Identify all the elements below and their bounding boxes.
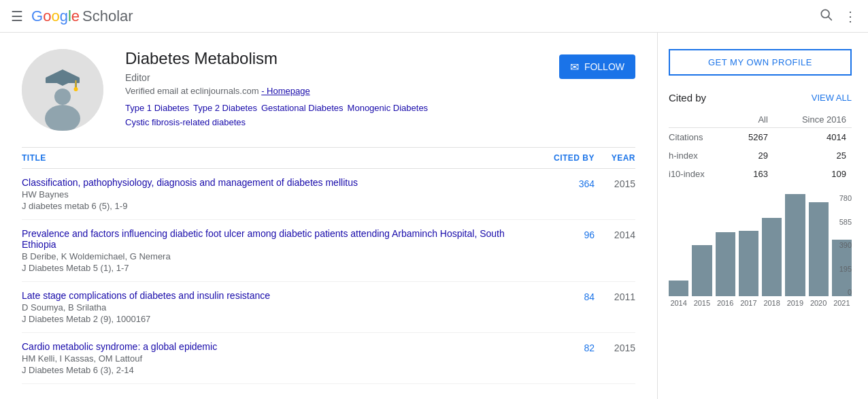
interest-gestational[interactable]: Gestational Diabetes	[261, 103, 344, 113]
stat-all: 5267	[734, 128, 773, 147]
chart-year-label: 2016	[716, 299, 735, 307]
article-title[interactable]: Cardio metabolic syndrome: a global epid…	[22, 341, 532, 352]
chart-year-labels: 20142015201620172018201920202021	[669, 299, 852, 307]
menu-icon[interactable]: ☰	[11, 8, 23, 25]
stats-row: Citations 5267 4014	[669, 128, 852, 147]
view-all-link[interactable]: VIEW ALL	[812, 93, 852, 103]
article-authors: HW Baynes	[22, 189, 532, 200]
col-cited: CITED BY	[540, 153, 595, 163]
chart-year-label: 2014	[669, 299, 688, 307]
follow-label: FOLLOW	[584, 61, 624, 72]
article-journal: J Diabetes Metab 2 (9), 1000167	[22, 314, 532, 324]
article-authors: B Deribe, K Woldemichael, G Nemera	[22, 251, 532, 261]
follow-button[interactable]: ✉ FOLLOW	[559, 54, 635, 79]
chart-wrapper: 20142015201620172018201920202021 7805853…	[669, 194, 852, 307]
search-icon[interactable]	[819, 7, 833, 25]
chart-bar	[762, 218, 782, 296]
logo-scholar: Scholar	[82, 7, 133, 25]
stats-tbody: Citations 5267 4014 h-index 29 25 i10-in…	[669, 128, 852, 184]
profile-interests: Type 1 Diabetes Type 2 Diabetes Gestatio…	[125, 103, 548, 127]
logo-google: Google	[31, 7, 80, 25]
chart-bar	[785, 194, 805, 296]
chart-year-label: 2020	[809, 299, 829, 307]
homepage-link[interactable]: - Homepage	[261, 86, 310, 96]
article-title[interactable]: Classification, pathophysiology, diagnos…	[22, 177, 532, 188]
col-year: YEAR	[595, 153, 635, 163]
article-cited[interactable]: 96	[540, 228, 595, 240]
article-year: 2015	[595, 341, 635, 353]
article-title[interactable]: Prevalence and factors influencing diabe…	[22, 228, 532, 250]
chart-bar	[669, 281, 688, 296]
chart-bars-wrapper: 20142015201620172018201920202021	[669, 194, 852, 307]
chart-bar	[809, 202, 829, 296]
chart-bar	[692, 245, 712, 296]
svg-point-8	[54, 89, 71, 105]
profile-email: Verified email at eclinjournals.com - Ho…	[125, 86, 548, 96]
article-cited[interactable]: 84	[540, 290, 595, 302]
profile-name: Diabetes Metabolism	[125, 49, 548, 68]
article-year: 2011	[595, 290, 635, 302]
article-journal: J Diabetes Metab 6 (3), 2-14	[22, 365, 532, 375]
sidebar: GET MY OWN PROFILE Cited by VIEW ALL All…	[657, 33, 868, 399]
profile-info: Diabetes Metabolism Editor Verified emai…	[125, 49, 548, 127]
chart-year-label: 2015	[692, 299, 712, 307]
chart-bars	[669, 194, 852, 296]
stat-label: i10-index	[669, 165, 734, 183]
avatar-svg	[22, 49, 103, 131]
stat-label: Citations	[669, 128, 734, 147]
article-year: 2014	[595, 228, 635, 240]
profile-affiliation: Editor	[125, 72, 548, 83]
chart-bar	[716, 232, 735, 296]
stat-since: 109	[773, 165, 852, 183]
articles-header: TITLE CITED BY YEAR	[22, 148, 635, 169]
stat-label: h-index	[669, 146, 734, 165]
profile-section: Diabetes Metabolism Editor Verified emai…	[22, 49, 635, 131]
interest-type1[interactable]: Type 1 Diabetes	[125, 103, 189, 113]
stat-since: 4014	[773, 128, 852, 147]
article-info: Cardio metabolic syndrome: a global epid…	[22, 341, 540, 375]
cited-by-section: Cited by VIEW ALL All Since 2016 Citatio…	[669, 92, 852, 183]
article-authors: D Soumya, B Srilatha	[22, 302, 532, 313]
stat-since: 25	[773, 146, 852, 165]
stat-all: 163	[734, 165, 773, 183]
article-authors: HM Kelli, I Kassas, OM Lattouf	[22, 353, 532, 364]
more-options-icon[interactable]: ⋮	[844, 8, 857, 25]
article-cited[interactable]: 82	[540, 341, 595, 353]
stats-col-name	[669, 112, 734, 128]
articles-section: TITLE CITED BY YEAR Classification, path…	[22, 147, 635, 384]
article-info: Prevalence and factors influencing diabe…	[22, 228, 540, 273]
stats-col-all: All	[734, 112, 773, 128]
cited-by-header: Cited by VIEW ALL	[669, 92, 852, 103]
main-container: Diabetes Metabolism Editor Verified emai…	[0, 33, 868, 399]
chart-year-label: 2021	[832, 299, 852, 307]
article-year: 2015	[595, 177, 635, 189]
article-title[interactable]: Late stage complications of diabetes and…	[22, 290, 532, 301]
cited-by-label: Cited by	[669, 92, 706, 103]
stats-row: h-index 29 25	[669, 146, 852, 165]
interest-monogenic[interactable]: Monogenic Diabetes	[348, 103, 429, 113]
article-info: Classification, pathophysiology, diagnos…	[22, 177, 540, 211]
article-cited[interactable]: 364	[540, 177, 595, 189]
table-row: Cardio metabolic syndrome: a global epid…	[22, 333, 635, 384]
chart-year-label: 2018	[762, 299, 782, 307]
chart-year-label: 2017	[739, 299, 758, 307]
interest-type2[interactable]: Type 2 Diabetes	[193, 103, 257, 113]
chart-bar	[739, 231, 758, 296]
content-area: Diabetes Metabolism Editor Verified emai…	[0, 33, 657, 399]
chart-container: 20142015201620172018201920202021 7805853…	[669, 194, 852, 317]
interest-cystic[interactable]: Cystic fibrosis-related diabetes	[125, 117, 548, 127]
get-profile-button[interactable]: GET MY OWN PROFILE	[669, 49, 852, 76]
article-journal: J diabetes metab 6 (5), 1-9	[22, 201, 532, 211]
article-info: Late stage complications of diabetes and…	[22, 290, 540, 324]
table-row: Late stage complications of diabetes and…	[22, 282, 635, 333]
stats-row: i10-index 163 109	[669, 165, 852, 183]
svg-line-1	[829, 17, 832, 20]
articles-list: Classification, pathophysiology, diagnos…	[22, 169, 635, 384]
stats-table: All Since 2016 Citations 5267 4014 h-ind…	[669, 112, 852, 183]
chart-year-label: 2019	[785, 299, 805, 307]
avatar	[22, 49, 103, 131]
table-row: Classification, pathophysiology, diagnos…	[22, 169, 635, 220]
article-journal: J Diabetes Metab 5 (1), 1-7	[22, 263, 532, 273]
chart-bar	[832, 240, 852, 296]
logo[interactable]: Google Scholar	[31, 7, 133, 25]
